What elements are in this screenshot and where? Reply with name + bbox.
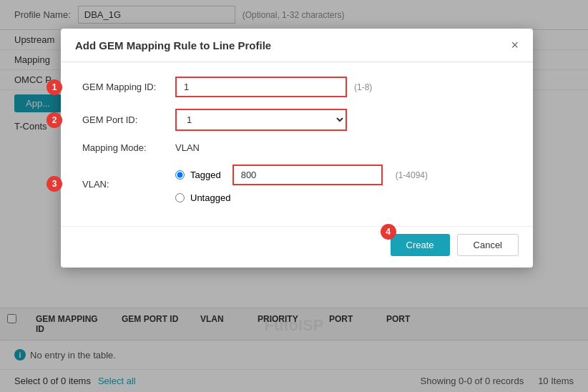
mapping-mode-row: Mapping Mode: VLAN xyxy=(82,142,511,153)
gem-mapping-id-row: 1 GEM Mapping ID: (1-8) xyxy=(82,77,511,97)
step4-badge: 4 xyxy=(381,224,396,240)
tagged-radio[interactable] xyxy=(175,170,185,180)
vlan-row: 3 VLAN: Tagged (1-4094) Untagged xyxy=(82,165,511,203)
modal-body: 1 GEM Mapping ID: (1-8) 2 GEM Port ID: 1… xyxy=(61,62,533,219)
gem-mapping-id-label: GEM Mapping ID: xyxy=(82,82,175,92)
gem-mapping-id-input[interactable] xyxy=(175,77,347,97)
cancel-button[interactable]: Cancel xyxy=(457,234,519,256)
create-button[interactable]: 4 Create xyxy=(391,234,450,256)
tagged-radio-row: Tagged (1-4094) xyxy=(175,165,428,185)
untagged-radio-row: Untagged xyxy=(175,192,428,203)
gem-port-id-label: GEM Port ID: xyxy=(82,114,175,125)
untagged-radio[interactable] xyxy=(175,193,185,202)
modal-close-button[interactable]: × xyxy=(511,39,519,52)
step3-badge: 3 xyxy=(46,176,62,192)
step1-badge: 1 xyxy=(46,79,62,95)
modal-title: Add GEM Mapping Rule to Line Profile xyxy=(75,39,271,52)
vlan-label: VLAN: xyxy=(82,179,175,190)
gem-port-id-row: 2 GEM Port ID: 1 2 3 xyxy=(82,109,511,131)
step2-badge: 2 xyxy=(46,112,62,128)
modal-dialog: Add GEM Mapping Rule to Line Profile × 1… xyxy=(61,29,533,268)
modal-footer: 4 Create Cancel xyxy=(61,226,533,268)
untagged-label: Untagged xyxy=(190,192,230,203)
vlan-hint: (1-4094) xyxy=(396,170,428,180)
tagged-label: Tagged xyxy=(190,170,221,180)
vlan-value-input[interactable] xyxy=(232,165,383,185)
mapping-mode-label: Mapping Mode: xyxy=(82,142,175,153)
modal-header: Add GEM Mapping Rule to Line Profile × xyxy=(61,29,533,62)
vlan-options: Tagged (1-4094) Untagged xyxy=(175,165,428,203)
gem-port-id-select[interactable]: 1 2 3 xyxy=(175,109,347,131)
mapping-mode-value: VLAN xyxy=(175,142,200,153)
gem-mapping-id-hint: (1-8) xyxy=(354,82,372,92)
